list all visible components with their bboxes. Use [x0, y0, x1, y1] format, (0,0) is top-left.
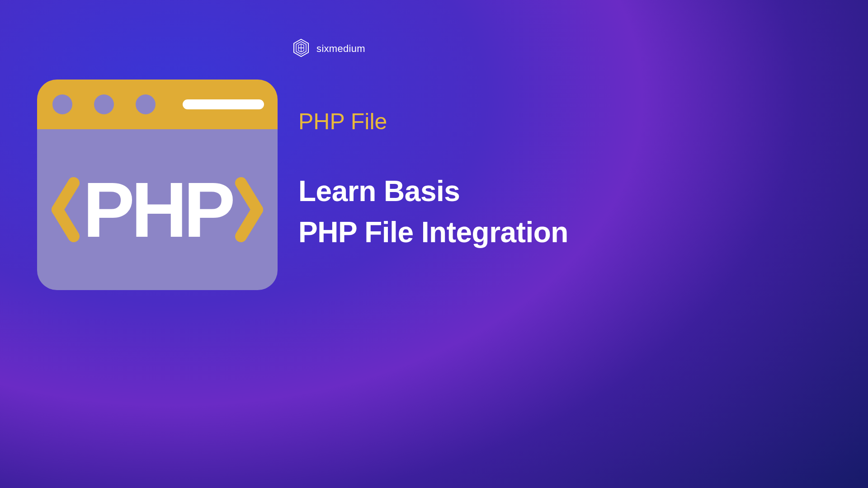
- window-titlebar: [37, 80, 278, 129]
- window-body: PHP: [37, 129, 278, 290]
- svg-line-3: [57, 210, 74, 236]
- window-dot: [52, 94, 72, 114]
- svg-line-5: [241, 210, 257, 236]
- headline-line: PHP File Integration: [298, 216, 568, 249]
- angle-right-icon: [235, 176, 264, 244]
- php-text: PHP: [83, 171, 232, 249]
- window-address-bar: [183, 99, 264, 109]
- angle-left-icon: [51, 176, 80, 244]
- headline: Learn Basis PHP File Integration: [298, 171, 631, 253]
- window-dot: [94, 94, 114, 114]
- php-window-illustration: PHP: [37, 80, 278, 290]
- brand: sixmedium: [293, 39, 365, 59]
- brand-name: sixmedium: [316, 43, 365, 55]
- window-dots: [52, 94, 156, 114]
- headline-line: Learn Basis: [298, 175, 460, 207]
- category-label: PHP File: [298, 108, 631, 135]
- window-dot: [136, 94, 156, 114]
- text-content: PHP File Learn Basis PHP File Integratio…: [298, 108, 631, 253]
- brand-logo-icon: [293, 39, 309, 59]
